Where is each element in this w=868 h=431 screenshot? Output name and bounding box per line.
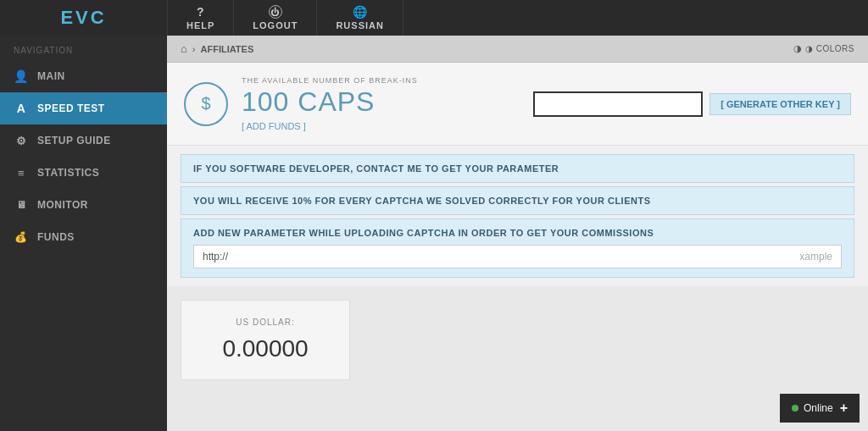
money-icon-circle: $	[184, 82, 228, 126]
monitor-icon: 🖥	[14, 197, 29, 213]
input-prefix: http://	[203, 251, 228, 262]
speed-icon: A	[14, 101, 29, 116]
key-area: [ GENERATE OTHER KEY ]	[533, 91, 851, 117]
sidebar-item-monitor[interactable]: 🖥 MONITOR	[0, 189, 167, 221]
input-suffix: xample	[799, 251, 832, 262]
stats-section: US DOLLAR: 0.00000	[167, 286, 868, 394]
online-badge[interactable]: Online +	[780, 394, 860, 423]
funds-icon: 💰	[14, 229, 29, 245]
add-funds-link[interactable]: [ ADD FUNDS ]	[242, 121, 418, 131]
sidebar-section-label: NAVIGATION	[0, 36, 167, 60]
usd-value: 0.00000	[222, 335, 308, 362]
home-icon: ⌂	[181, 42, 187, 55]
banners-section: IF YOU SOFTWARE DEVELOPER, CONTACT ME TO…	[167, 146, 868, 286]
logo: EVC	[0, 0, 167, 36]
commission-banner: YOU WILL RECEIVE 10% FOR EVERY CAPTCHA W…	[181, 186, 854, 215]
info-panel: $ THE AVAILABLE NUMBER OF BREAK-INS 100 …	[167, 63, 868, 146]
question-icon: ?	[197, 5, 205, 19]
breadcrumb: ⌂ › AFFILIATES ◑ ◑ COLORS	[167, 36, 868, 63]
usd-stat-box: US DOLLAR: 0.00000	[181, 300, 350, 380]
person-icon: 👤	[14, 69, 29, 84]
sidebar-item-statistics[interactable]: ≡ STATISTICS	[0, 157, 167, 189]
sidebar-item-setup-guide[interactable]: ⚙ SETUP GUIDE	[0, 124, 167, 157]
breadcrumb-separator: ›	[192, 44, 196, 54]
parameter-input-row: http:// xample	[193, 245, 842, 268]
online-dot	[792, 405, 798, 412]
sidebar-item-funds[interactable]: 💰 FUNDS	[0, 221, 167, 253]
main-content: ⌂ › AFFILIATES ◑ ◑ COLORS $ THE AVAILABL…	[167, 36, 868, 431]
settings-icon: ⚙	[14, 133, 29, 148]
parameter-banner-title: ADD NEW PARAMETER WHILE UPLOADING CAPTCH…	[193, 228, 842, 238]
logout-nav-item[interactable]: ⏻ LOGOUT	[234, 0, 317, 36]
help-nav-item[interactable]: ? HELP	[168, 0, 234, 36]
colors-icon: ◑	[793, 43, 802, 54]
caps-label: THE AVAILABLE NUMBER OF BREAK-INS	[242, 76, 418, 85]
sidebar-item-speed-test[interactable]: A SPEED TEST	[0, 92, 167, 124]
sidebar: NAVIGATION 👤 MAIN A SPEED TEST ⚙ SETUP G…	[0, 36, 167, 431]
colors-button[interactable]: ◑ ◑ COLORS	[793, 43, 854, 54]
caps-value: 100 CAPS	[242, 86, 418, 118]
parameter-input[interactable]	[231, 251, 799, 262]
generate-key-button[interactable]: [ GENERATE OTHER KEY ]	[709, 93, 851, 115]
sidebar-item-main[interactable]: 👤 MAIN	[0, 60, 167, 92]
power-icon: ⏻	[269, 5, 282, 19]
list-icon: ≡	[14, 165, 29, 180]
parameter-banner: ADD NEW PARAMETER WHILE UPLOADING CAPTCH…	[181, 218, 854, 278]
breadcrumb-current: AFFILIATES	[201, 44, 254, 54]
russian-nav-item[interactable]: 🌐 RUSSIAN	[317, 0, 403, 36]
usd-label: US DOLLAR:	[236, 318, 294, 327]
key-input[interactable]	[533, 91, 703, 117]
caps-info: THE AVAILABLE NUMBER OF BREAK-INS 100 CA…	[242, 76, 418, 131]
top-nav: ? HELP ⏻ LOGOUT 🌐 RUSSIAN	[167, 0, 403, 36]
globe-icon: 🌐	[353, 5, 368, 19]
developer-banner: IF YOU SOFTWARE DEVELOPER, CONTACT ME TO…	[181, 154, 854, 183]
